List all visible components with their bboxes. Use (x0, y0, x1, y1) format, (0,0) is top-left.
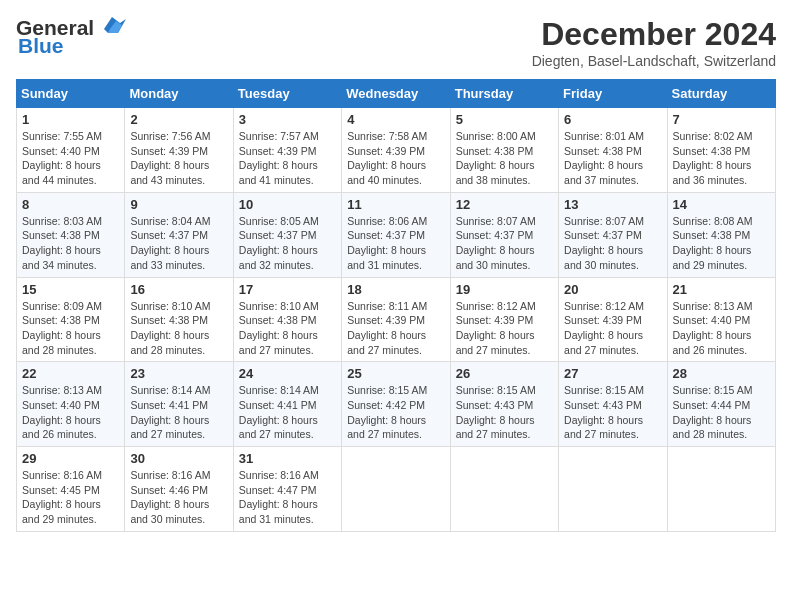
day-number: 21 (673, 282, 770, 297)
title-section: December 2024 Diegten, Basel-Landschaft,… (532, 16, 776, 69)
day-number: 1 (22, 112, 119, 127)
day-detail: Sunrise: 8:14 AMSunset: 4:41 PMDaylight:… (130, 384, 210, 440)
logo-bird-icon (96, 15, 126, 37)
day-cell-22: 22Sunrise: 8:13 AMSunset: 4:40 PMDayligh… (17, 362, 125, 447)
day-cell-24: 24Sunrise: 8:14 AMSunset: 4:41 PMDayligh… (233, 362, 341, 447)
day-number: 27 (564, 366, 661, 381)
empty-cell (667, 447, 775, 532)
day-number: 19 (456, 282, 553, 297)
header-cell-monday: Monday (125, 80, 233, 108)
day-number: 24 (239, 366, 336, 381)
day-cell-8: 8Sunrise: 8:03 AMSunset: 4:38 PMDaylight… (17, 192, 125, 277)
day-detail: Sunrise: 7:55 AMSunset: 4:40 PMDaylight:… (22, 130, 102, 186)
day-number: 26 (456, 366, 553, 381)
day-cell-23: 23Sunrise: 8:14 AMSunset: 4:41 PMDayligh… (125, 362, 233, 447)
day-number: 3 (239, 112, 336, 127)
day-detail: Sunrise: 8:09 AMSunset: 4:38 PMDaylight:… (22, 300, 102, 356)
day-cell-6: 6Sunrise: 8:01 AMSunset: 4:38 PMDaylight… (559, 108, 667, 193)
day-detail: Sunrise: 8:02 AMSunset: 4:38 PMDaylight:… (673, 130, 753, 186)
day-number: 12 (456, 197, 553, 212)
day-cell-30: 30Sunrise: 8:16 AMSunset: 4:46 PMDayligh… (125, 447, 233, 532)
day-detail: Sunrise: 8:15 AMSunset: 4:44 PMDaylight:… (673, 384, 753, 440)
month-title: December 2024 (532, 16, 776, 53)
header-cell-thursday: Thursday (450, 80, 558, 108)
day-detail: Sunrise: 8:16 AMSunset: 4:45 PMDaylight:… (22, 469, 102, 525)
day-cell-3: 3Sunrise: 7:57 AMSunset: 4:39 PMDaylight… (233, 108, 341, 193)
week-row-1: 1Sunrise: 7:55 AMSunset: 4:40 PMDaylight… (17, 108, 776, 193)
day-detail: Sunrise: 8:12 AMSunset: 4:39 PMDaylight:… (456, 300, 536, 356)
day-number: 9 (130, 197, 227, 212)
logo-blue: Blue (18, 34, 64, 58)
page-header: General Blue December 2024 Diegten, Base… (16, 16, 776, 69)
day-number: 18 (347, 282, 444, 297)
day-detail: Sunrise: 7:58 AMSunset: 4:39 PMDaylight:… (347, 130, 427, 186)
day-cell-27: 27Sunrise: 8:15 AMSunset: 4:43 PMDayligh… (559, 362, 667, 447)
day-number: 4 (347, 112, 444, 127)
day-number: 28 (673, 366, 770, 381)
day-detail: Sunrise: 8:11 AMSunset: 4:39 PMDaylight:… (347, 300, 427, 356)
day-cell-7: 7Sunrise: 8:02 AMSunset: 4:38 PMDaylight… (667, 108, 775, 193)
day-detail: Sunrise: 8:07 AMSunset: 4:37 PMDaylight:… (456, 215, 536, 271)
header-cell-sunday: Sunday (17, 80, 125, 108)
day-number: 14 (673, 197, 770, 212)
day-number: 17 (239, 282, 336, 297)
day-number: 7 (673, 112, 770, 127)
day-number: 25 (347, 366, 444, 381)
day-detail: Sunrise: 8:04 AMSunset: 4:37 PMDaylight:… (130, 215, 210, 271)
day-detail: Sunrise: 8:15 AMSunset: 4:42 PMDaylight:… (347, 384, 427, 440)
day-number: 11 (347, 197, 444, 212)
calendar-body: 1Sunrise: 7:55 AMSunset: 4:40 PMDaylight… (17, 108, 776, 532)
calendar-table: SundayMondayTuesdayWednesdayThursdayFrid… (16, 79, 776, 532)
day-cell-9: 9Sunrise: 8:04 AMSunset: 4:37 PMDaylight… (125, 192, 233, 277)
day-number: 23 (130, 366, 227, 381)
header-cell-friday: Friday (559, 80, 667, 108)
day-number: 6 (564, 112, 661, 127)
day-detail: Sunrise: 8:06 AMSunset: 4:37 PMDaylight:… (347, 215, 427, 271)
header-cell-saturday: Saturday (667, 80, 775, 108)
empty-cell (450, 447, 558, 532)
day-number: 5 (456, 112, 553, 127)
day-number: 10 (239, 197, 336, 212)
day-cell-17: 17Sunrise: 8:10 AMSunset: 4:38 PMDayligh… (233, 277, 341, 362)
day-detail: Sunrise: 7:57 AMSunset: 4:39 PMDaylight:… (239, 130, 319, 186)
day-cell-4: 4Sunrise: 7:58 AMSunset: 4:39 PMDaylight… (342, 108, 450, 193)
day-detail: Sunrise: 8:08 AMSunset: 4:38 PMDaylight:… (673, 215, 753, 271)
header-cell-wednesday: Wednesday (342, 80, 450, 108)
logo: General Blue (16, 16, 126, 58)
week-row-4: 22Sunrise: 8:13 AMSunset: 4:40 PMDayligh… (17, 362, 776, 447)
day-cell-18: 18Sunrise: 8:11 AMSunset: 4:39 PMDayligh… (342, 277, 450, 362)
day-cell-28: 28Sunrise: 8:15 AMSunset: 4:44 PMDayligh… (667, 362, 775, 447)
day-detail: Sunrise: 8:12 AMSunset: 4:39 PMDaylight:… (564, 300, 644, 356)
day-detail: Sunrise: 8:07 AMSunset: 4:37 PMDaylight:… (564, 215, 644, 271)
day-cell-20: 20Sunrise: 8:12 AMSunset: 4:39 PMDayligh… (559, 277, 667, 362)
day-cell-26: 26Sunrise: 8:15 AMSunset: 4:43 PMDayligh… (450, 362, 558, 447)
day-cell-10: 10Sunrise: 8:05 AMSunset: 4:37 PMDayligh… (233, 192, 341, 277)
day-detail: Sunrise: 8:15 AMSunset: 4:43 PMDaylight:… (564, 384, 644, 440)
day-detail: Sunrise: 8:13 AMSunset: 4:40 PMDaylight:… (22, 384, 102, 440)
day-detail: Sunrise: 8:10 AMSunset: 4:38 PMDaylight:… (130, 300, 210, 356)
empty-cell (342, 447, 450, 532)
day-cell-13: 13Sunrise: 8:07 AMSunset: 4:37 PMDayligh… (559, 192, 667, 277)
day-cell-2: 2Sunrise: 7:56 AMSunset: 4:39 PMDaylight… (125, 108, 233, 193)
day-detail: Sunrise: 7:56 AMSunset: 4:39 PMDaylight:… (130, 130, 210, 186)
week-row-5: 29Sunrise: 8:16 AMSunset: 4:45 PMDayligh… (17, 447, 776, 532)
day-number: 8 (22, 197, 119, 212)
day-cell-21: 21Sunrise: 8:13 AMSunset: 4:40 PMDayligh… (667, 277, 775, 362)
day-number: 20 (564, 282, 661, 297)
day-number: 2 (130, 112, 227, 127)
day-detail: Sunrise: 8:15 AMSunset: 4:43 PMDaylight:… (456, 384, 536, 440)
day-cell-15: 15Sunrise: 8:09 AMSunset: 4:38 PMDayligh… (17, 277, 125, 362)
day-cell-12: 12Sunrise: 8:07 AMSunset: 4:37 PMDayligh… (450, 192, 558, 277)
day-cell-29: 29Sunrise: 8:16 AMSunset: 4:45 PMDayligh… (17, 447, 125, 532)
day-number: 22 (22, 366, 119, 381)
day-cell-31: 31Sunrise: 8:16 AMSunset: 4:47 PMDayligh… (233, 447, 341, 532)
header-cell-tuesday: Tuesday (233, 80, 341, 108)
day-number: 31 (239, 451, 336, 466)
day-number: 16 (130, 282, 227, 297)
day-number: 29 (22, 451, 119, 466)
day-detail: Sunrise: 8:13 AMSunset: 4:40 PMDaylight:… (673, 300, 753, 356)
day-cell-25: 25Sunrise: 8:15 AMSunset: 4:42 PMDayligh… (342, 362, 450, 447)
day-number: 13 (564, 197, 661, 212)
day-cell-1: 1Sunrise: 7:55 AMSunset: 4:40 PMDaylight… (17, 108, 125, 193)
week-row-2: 8Sunrise: 8:03 AMSunset: 4:38 PMDaylight… (17, 192, 776, 277)
